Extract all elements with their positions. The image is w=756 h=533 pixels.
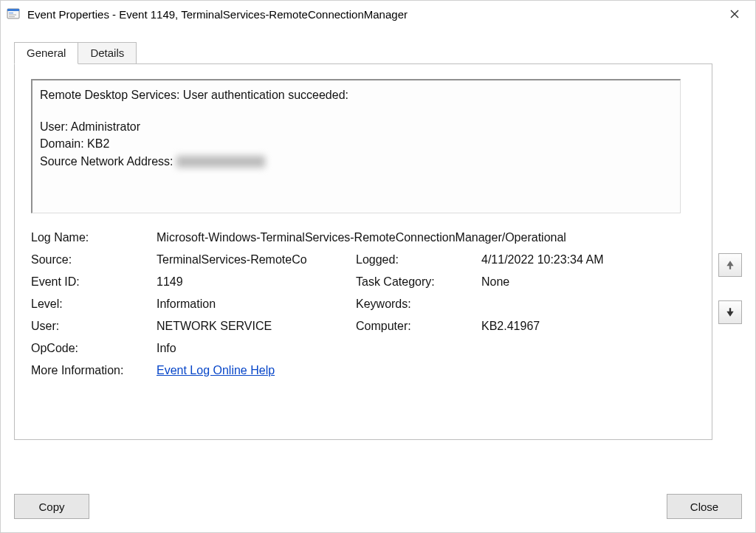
more-info-label: More Information: [31,364,157,377]
opcode-value: Info [157,342,688,355]
user-label: User: [31,320,157,333]
tab-label: General [27,47,66,59]
close-button[interactable]: Close [667,494,742,519]
more-info-value: Event Log Online Help [157,364,688,377]
description-line: Remote Desktop Services: User authentica… [40,86,673,103]
tab-strip: General Details [14,42,742,63]
event-id-value: 1149 [157,275,356,289]
event-id-label: Event ID: [31,275,157,289]
description-user-line: User: Administrator [40,118,673,135]
titlebar: Event Properties - Event 1149, TerminalS… [1,1,755,27]
button-label: Close [690,501,718,513]
tab-label: Details [90,47,124,59]
window-close-button[interactable] [720,3,749,25]
content-area: General Details Remote Desktop Services:… [1,32,755,532]
keywords-label: Keywords: [356,298,481,311]
button-label: Copy [38,501,64,513]
task-category-value: None [481,275,688,289]
tab-panel-general: Remote Desktop Services: User authentica… [14,63,712,440]
window-title: Event Properties - Event 1149, TerminalS… [27,8,720,21]
event-properties-window: Event Properties - Event 1149, TerminalS… [0,0,756,533]
event-fields-grid: Log Name: Microsoft-Windows-TerminalServ… [31,231,688,377]
tab-details[interactable]: Details [78,42,137,63]
opcode-label: OpCode: [31,342,157,355]
tab-general[interactable]: General [14,42,78,64]
desc-user-label: User: [40,120,68,133]
log-name-label: Log Name: [31,231,157,244]
nav-arrows [718,253,742,324]
next-event-button[interactable] [718,300,742,324]
event-description-box[interactable]: Remote Desktop Services: User authentica… [31,79,681,213]
computer-value: KB2.41967 [481,320,688,333]
spacer [40,103,673,118]
log-name-value: Microsoft-Windows-TerminalServices-Remot… [157,231,688,244]
level-label: Level: [31,298,157,311]
app-icon [7,7,20,21]
user-value: NETWORK SERVICE [157,320,356,333]
svg-rect-4 [9,16,15,17]
dialog-footer: Copy Close [14,494,742,519]
source-label: Source: [31,253,157,266]
copy-button[interactable]: Copy [14,494,89,519]
event-log-online-help-link[interactable]: Event Log Online Help [157,364,275,376]
redacted-ip [176,156,265,168]
keywords-value [481,298,688,311]
logged-label: Logged: [356,253,481,266]
description-domain-line: Domain: KB2 [40,135,673,152]
desc-domain-label: Domain: [40,137,84,150]
prev-event-button[interactable] [718,253,742,277]
level-value: Information [157,298,356,311]
description-addr-line: Source Network Address: [40,153,673,170]
desc-addr-label: Source Network Address: [40,155,173,168]
svg-rect-1 [7,9,19,11]
task-category-label: Task Category: [356,275,481,289]
computer-label: Computer: [356,320,481,333]
desc-user-value: Administrator [71,120,140,133]
source-value: TerminalServices-RemoteCo [157,253,356,266]
logged-value: 4/11/2022 10:23:34 AM [481,253,688,266]
svg-rect-3 [9,15,16,16]
desc-domain-value: KB2 [87,137,109,150]
svg-rect-2 [9,13,13,13]
